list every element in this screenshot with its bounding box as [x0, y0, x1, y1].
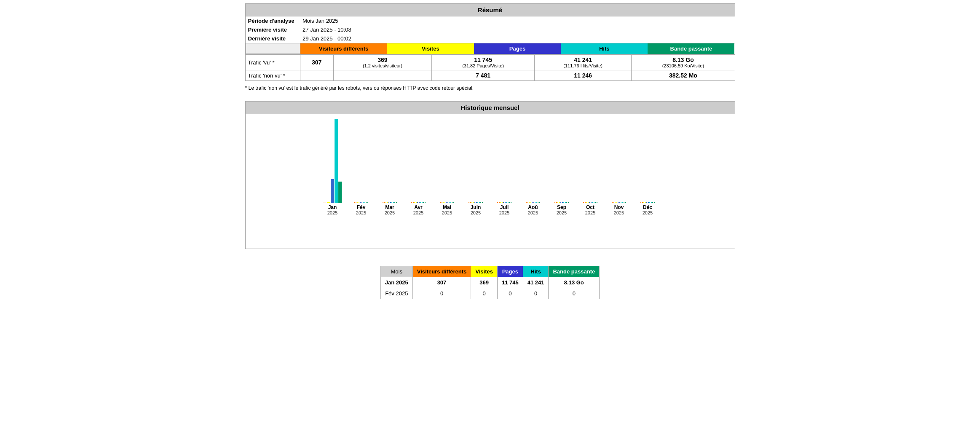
month-group-juin: Juin2025 — [461, 110, 490, 215]
header-bande: Bande passante — [648, 43, 734, 54]
bars-aoû — [526, 110, 540, 203]
legend-cell-hits: 41 241 — [523, 277, 549, 288]
dotted-indicator — [652, 202, 655, 203]
bars-nov — [612, 110, 626, 203]
trafic-nonvu-visites — [333, 70, 431, 81]
dotted-indicator — [509, 202, 511, 203]
legend-cell-pages: 11 745 — [497, 277, 523, 288]
dotted-indicator — [612, 202, 614, 203]
month-year: 2025 — [585, 210, 595, 215]
dotted-indicator — [624, 202, 626, 203]
dotted-indicator — [500, 202, 503, 203]
dotted-indicator — [357, 202, 359, 203]
month-label: Sep — [557, 204, 566, 210]
dotted-indicator — [440, 202, 442, 203]
dotted-indicator — [595, 202, 597, 203]
dotted-indicator — [443, 202, 445, 203]
month-year: 2025 — [442, 210, 452, 215]
month-label: Jan — [328, 204, 337, 210]
dotted-indicator — [532, 202, 534, 203]
dotted-indicator — [646, 202, 649, 203]
resume-section: Résumé Période d'analyse Mois Jan 2025 P… — [245, 3, 735, 93]
dotted-indicator — [557, 202, 560, 203]
dotted-indicator — [360, 202, 362, 203]
month-group-mar: Mar2025 — [375, 110, 404, 215]
month-label: Avr — [414, 204, 423, 210]
dotted-indicator — [535, 202, 537, 203]
periode-label: Période d'analyse — [245, 16, 300, 25]
dotted-indicator — [366, 202, 368, 203]
dotted-indicator — [583, 202, 586, 203]
month-label: Juil — [500, 204, 509, 210]
legend-cell-bande: 0 — [549, 288, 600, 299]
month-group-juil: Juil2025 — [490, 110, 519, 215]
month-label: Fév — [357, 204, 366, 210]
month-year: 2025 — [385, 210, 395, 215]
trafic-nonvu-pages: 7 481 — [432, 70, 535, 81]
month-group-avr: Avr2025 — [404, 110, 433, 215]
dotted-indicator — [449, 202, 451, 203]
dotted-indicator — [538, 202, 540, 203]
legend-pages-header: Pages — [497, 266, 523, 277]
month-year: 2025 — [499, 210, 509, 215]
month-label: Nov — [614, 204, 624, 210]
bar-bandwidth — [338, 182, 342, 203]
legend-data-row: Jan 202530736911 74541 2418.13 Go — [380, 277, 599, 288]
premiere-row: Première visite 27 Jan 2025 - 10:08 — [245, 25, 735, 34]
month-label: Mai — [443, 204, 451, 210]
month-label: Déc — [643, 204, 652, 210]
month-group-oct: Oct2025 — [576, 110, 605, 215]
month-group-fév: Fév2025 — [347, 110, 375, 215]
dotted-indicator — [592, 202, 594, 203]
bars-fév — [354, 110, 368, 203]
legend-cell-bande: 8.13 Go — [549, 277, 600, 288]
dotted-indicator — [506, 202, 509, 203]
legend-hits-header: Hits — [523, 266, 549, 277]
legend-data-row: Fév 202500000 — [380, 288, 599, 299]
dotted-indicator — [566, 202, 569, 203]
dotted-indicator — [643, 202, 646, 203]
month-group-mai: Mai2025 — [433, 110, 461, 215]
header-visites: Visites — [387, 43, 474, 54]
dotted-indicator — [386, 202, 388, 203]
periode-row: Période d'analyse Mois Jan 2025 — [245, 16, 735, 25]
dotted-indicator — [474, 202, 477, 203]
legend-cell-pages: 0 — [497, 288, 523, 299]
derniere-row: Dernière visite 29 Jan 2025 - 00:02 — [245, 34, 735, 43]
trafic-vu-visiteurs: 307 — [300, 55, 333, 70]
column-headers: Visiteurs différents Visites Pages Hits … — [245, 43, 735, 54]
dotted-indicator — [446, 202, 448, 203]
chart-area: Jan2025Fév2025Mar2025Avr2025Mai2025Juin2… — [245, 114, 735, 249]
month-year: 2025 — [413, 210, 423, 215]
dotted-indicator — [417, 202, 420, 203]
bars-avr — [411, 110, 426, 203]
legend-visiteurs-header: Visiteurs différents — [412, 266, 471, 277]
periode-value: Mois Jan 2025 — [300, 16, 735, 25]
dotted-indicator — [640, 202, 643, 203]
month-label: Aoû — [528, 204, 538, 210]
dotted-indicator — [618, 202, 620, 203]
month-group-aoû: Aoû2025 — [519, 110, 547, 215]
header-hits: Hits — [561, 43, 648, 54]
bars-mai — [440, 110, 454, 203]
bars-sep — [554, 110, 569, 203]
dotted-indicator — [423, 202, 426, 203]
bars-jan — [323, 110, 342, 203]
dotted-indicator — [589, 202, 592, 203]
legend-visites-header: Visites — [471, 266, 498, 277]
month-label: Mar — [385, 204, 394, 210]
dotted-indicator — [394, 202, 397, 203]
data-table: Trafic 'vu' * 307 369 (1.2 visites/visit… — [245, 54, 735, 81]
bars-oct — [583, 110, 597, 203]
dotted-indicator — [452, 202, 454, 203]
dotted-indicator — [526, 202, 528, 203]
dotted-indicator — [560, 202, 563, 203]
legend-bande-header: Bande passante — [549, 266, 600, 277]
month-year: 2025 — [643, 210, 653, 215]
dotted-indicator — [363, 202, 365, 203]
dotted-indicator — [414, 202, 417, 203]
bars-juil — [497, 110, 511, 203]
info-table: Période d'analyse Mois Jan 2025 Première… — [245, 16, 735, 43]
footnote: * Le trafic 'non vu' est le trafic génér… — [245, 83, 735, 93]
dotted-indicator — [383, 202, 385, 203]
